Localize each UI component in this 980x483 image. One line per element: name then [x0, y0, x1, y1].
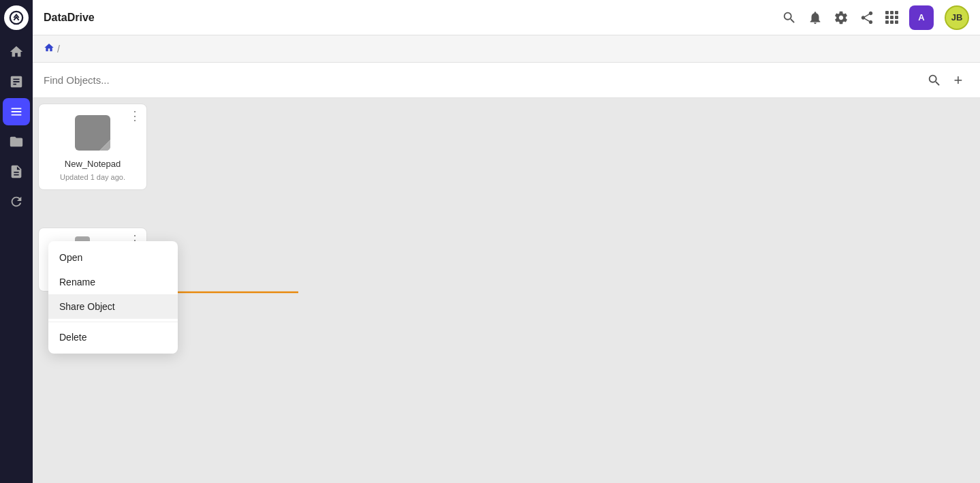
content-area: ⋮ New_Notepad Updated 1 day ago. ⋮ Open … [33, 98, 980, 483]
file-name-notepad: New_Notepad [65, 159, 121, 169]
sidebar-item-datadrive[interactable] [3, 98, 30, 125]
breadcrumb-home[interactable] [44, 42, 54, 55]
user-avatar[interactable]: JB [945, 5, 969, 30]
apps-icon[interactable] [885, 11, 898, 24]
search-input[interactable] [44, 74, 921, 86]
app-title: DataDrive [44, 12, 776, 24]
context-menu: Open Rename Share Object Delete [48, 241, 178, 354]
settings-icon[interactable] [834, 10, 849, 25]
sidebar-item-files[interactable] [3, 128, 30, 155]
sidebar-item-notes[interactable] [3, 158, 30, 185]
sidebar [0, 0, 33, 483]
add-button[interactable]: + [947, 69, 969, 91]
file-updated-notepad: Updated 1 day ago. [60, 173, 125, 181]
breadcrumb: / [33, 35, 980, 63]
sidebar-item-analytics[interactable] [3, 68, 30, 95]
context-menu-item-open[interactable]: Open [48, 245, 178, 270]
file-icon-notepad [72, 112, 113, 153]
file-card-menu-button[interactable]: ⋮ [129, 110, 141, 122]
main-content: DataDrive A [33, 0, 980, 483]
topbar: DataDrive A [33, 0, 980, 35]
file-card-notepad[interactable]: ⋮ New_Notepad Updated 1 day ago. [38, 104, 147, 190]
share-icon[interactable] [859, 10, 874, 25]
sidebar-item-refresh[interactable] [3, 188, 30, 215]
context-menu-divider [48, 322, 178, 322]
ai-avatar[interactable]: A [909, 5, 934, 30]
sidebar-item-home[interactable] [3, 38, 30, 65]
context-menu-item-rename[interactable]: Rename [48, 270, 178, 294]
topbar-icons: A JB [782, 5, 969, 30]
context-menu-item-delete[interactable]: Delete [48, 325, 178, 349]
search-button[interactable] [927, 73, 942, 88]
notifications-icon[interactable] [808, 10, 823, 25]
breadcrumb-separator: / [57, 44, 60, 54]
context-menu-item-share[interactable]: Share Object [48, 294, 178, 319]
search-icon[interactable] [782, 10, 797, 25]
app-logo[interactable] [4, 5, 29, 30]
search-bar: + [33, 63, 980, 98]
